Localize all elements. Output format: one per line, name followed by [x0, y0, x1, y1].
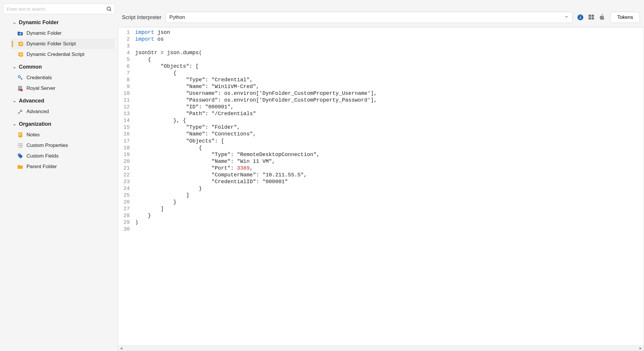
line-number: 6: [123, 63, 130, 70]
line-number: 29: [123, 219, 130, 226]
section-header[interactable]: Organization: [11, 120, 115, 128]
tag-icon: [17, 153, 24, 159]
svg-rect-6: [20, 44, 22, 44]
svg-rect-18: [19, 133, 22, 138]
chevron-down-icon: [12, 21, 16, 25]
horizontal-scrollbar[interactable]: ◄ ►: [118, 345, 644, 351]
interpreter-value: Python: [169, 14, 185, 20]
line-number: 12: [123, 104, 130, 110]
svg-rect-7: [20, 44, 22, 45]
svg-rect-20: [19, 134, 21, 135]
svg-point-23: [18, 145, 19, 146]
svg-point-16: [21, 89, 23, 91]
svg-rect-26: [19, 145, 22, 146]
sidebar-item[interactable]: Royal Server: [11, 83, 115, 94]
sidebar: Dynamic Folder Dynamic Folder Dynamic Fo…: [0, 0, 118, 351]
line-number: 8: [123, 77, 130, 83]
script-icon: [17, 51, 24, 58]
interpreter-select[interactable]: Python: [166, 12, 573, 23]
line-number: 25: [123, 192, 130, 199]
info-icon[interactable]: [577, 14, 584, 21]
line-gutter: 1234567891011121314151617181920212223242…: [118, 27, 133, 345]
svg-rect-30: [580, 17, 581, 19]
line-number: 21: [123, 165, 130, 172]
sidebar-item-label: Custom Properties: [27, 143, 68, 148]
svg-point-17: [18, 112, 19, 114]
sidebar-item[interactable]: Custom Fields: [11, 151, 115, 161]
chevron-down-icon: [12, 65, 16, 69]
svg-rect-35: [592, 17, 594, 19]
sidebar-item[interactable]: Advanced: [11, 106, 115, 117]
search-icon[interactable]: [106, 6, 112, 12]
line-number: 22: [123, 172, 130, 178]
svg-rect-11: [20, 55, 22, 55]
section-title: Advanced: [19, 98, 44, 104]
tokens-button[interactable]: Tokens: [610, 12, 640, 23]
sidebar-item-label: Parent Folder: [27, 164, 57, 170]
svg-rect-14: [19, 87, 22, 87]
line-number: 26: [123, 199, 130, 206]
line-number: 2: [123, 36, 130, 43]
list-icon: [17, 142, 24, 149]
sidebar-item-label: Advanced: [27, 109, 49, 115]
line-number: 16: [123, 131, 130, 138]
sidebar-item-label: Notes: [27, 132, 39, 138]
line-number: 19: [123, 151, 130, 158]
apple-icon[interactable]: [599, 14, 606, 21]
line-number: 20: [123, 158, 130, 165]
svg-rect-27: [19, 147, 22, 148]
server-icon: [17, 85, 24, 92]
sidebar-item-label: Custom Fields: [27, 153, 59, 159]
line-number: 4: [123, 49, 130, 56]
sidebar-item[interactable]: Credentials: [11, 72, 115, 83]
svg-point-24: [18, 147, 19, 148]
sidebar-item[interactable]: Notes: [11, 130, 115, 140]
line-number: 13: [123, 110, 130, 117]
scroll-right-arrow[interactable]: ►: [639, 346, 643, 350]
svg-rect-21: [19, 135, 21, 135]
app-root: Dynamic Folder Dynamic Folder Dynamic Fo…: [0, 0, 644, 351]
svg-rect-34: [589, 17, 591, 19]
sidebar-item[interactable]: Dynamic Folder Script: [11, 39, 115, 49]
search-wrap: [3, 4, 115, 14]
search-input[interactable]: [3, 4, 115, 14]
line-number: 24: [123, 185, 130, 192]
svg-rect-5: [20, 43, 22, 43]
svg-rect-19: [19, 133, 21, 134]
line-number: 23: [123, 178, 130, 185]
section-header[interactable]: Common: [11, 63, 115, 71]
sidebar-item[interactable]: Custom Properties: [11, 140, 115, 151]
section-header[interactable]: Dynamic Folder: [11, 18, 115, 27]
line-number: 28: [123, 212, 130, 219]
code-editor[interactable]: 1234567891011121314151617181920212223242…: [118, 27, 644, 345]
sidebar-item[interactable]: Parent Folder: [11, 161, 115, 172]
section-title: Dynamic Folder: [19, 19, 59, 26]
svg-rect-10: [20, 54, 22, 54]
line-number: 15: [123, 124, 130, 131]
line-number: 17: [123, 138, 130, 145]
line-number: 9: [123, 83, 130, 90]
scroll-left-arrow[interactable]: ◄: [119, 346, 123, 350]
svg-rect-31: [580, 16, 581, 16]
section-title: Organization: [19, 121, 51, 127]
svg-rect-9: [20, 53, 22, 54]
code-area[interactable]: import json import os jsonStr = json.dum…: [133, 27, 644, 345]
sidebar-item-label: Dynamic Credential Script: [27, 52, 85, 57]
sidebar-item[interactable]: Dynamic Folder: [11, 28, 115, 39]
svg-rect-25: [19, 144, 22, 144]
toolbar-icons: Tokens: [577, 12, 640, 23]
svg-point-0: [107, 7, 110, 10]
svg-point-12: [18, 76, 20, 78]
sidebar-item[interactable]: Dynamic Credential Script: [11, 49, 115, 60]
toolbar: Script Interpreter Python Tokens: [118, 12, 644, 27]
chevron-down-icon: [12, 122, 16, 126]
sidebar-item-label: Royal Server: [27, 85, 55, 91]
line-number: 3: [123, 43, 130, 49]
sidebar-item-label: Credentials: [27, 75, 52, 81]
line-number: 5: [123, 56, 130, 63]
windows-icon[interactable]: [588, 14, 595, 21]
section-header[interactable]: Advanced: [11, 97, 115, 105]
folder-gear-icon: [17, 30, 24, 37]
chevron-down-icon: [12, 99, 16, 103]
editor-wrap: 1234567891011121314151617181920212223242…: [118, 27, 644, 351]
